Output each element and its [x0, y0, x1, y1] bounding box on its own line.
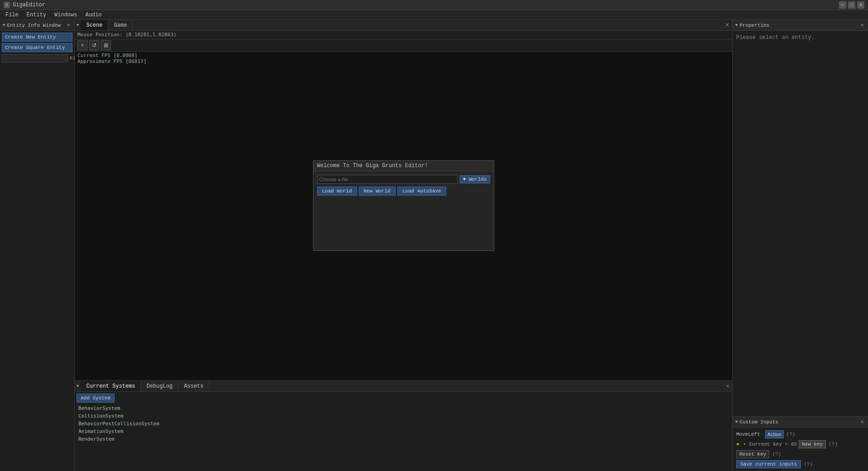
minimize-button[interactable]: ─	[839, 1, 846, 9]
menu-bar: File Entity Windows Audio	[0, 10, 868, 20]
close-button[interactable]: ✕	[857, 1, 864, 9]
custom-inputs-content: MoveLeft Action (?) ● • Current key = 65…	[733, 428, 868, 471]
reset-key-button[interactable]: Reset Key	[736, 450, 769, 458]
custom-inputs-title: Custom Inputs	[739, 419, 857, 425]
move-left-row: MoveLeft Action (?)	[736, 430, 864, 438]
right-panel: ▼ Properties ✕ Please select an entity. …	[732, 20, 868, 471]
create-entity-button[interactable]: Create New Entity	[2, 33, 72, 42]
properties-triangle-icon: ▼	[735, 23, 738, 28]
tab-assets[interactable]: Assets	[178, 381, 209, 391]
properties-panel-header: ▼ Properties ✕	[733, 20, 868, 31]
menu-windows[interactable]: Windows	[51, 11, 81, 19]
load-world-button[interactable]: Load World	[317, 187, 357, 196]
title-bar-controls: ─ □ ✕	[839, 1, 864, 9]
current-key-row: ● • Current key = 65 New key (?)	[736, 440, 864, 448]
title-bar: G GigaEditor ─ □ ✕	[0, 0, 868, 10]
new-key-button[interactable]: New key	[799, 440, 826, 448]
list-item[interactable]: AnimationSystem	[77, 428, 730, 435]
worlds-dropdown-button[interactable]: ▼ Worlds	[460, 175, 490, 183]
bottom-panel-close-button[interactable]: ✕	[723, 383, 732, 389]
custom-inputs-triangle-icon: ▼	[735, 420, 738, 424]
left-panel: ▼ Entity Info Window ✕ Create New Entity…	[0, 20, 75, 471]
properties-title: Properties	[739, 23, 857, 28]
scene-tab-triangle-icon: ▼	[75, 23, 81, 28]
select-entity-text: Please select an entity.	[736, 34, 815, 41]
left-panel-content: Create New Entity Create Square Entity F…	[0, 31, 74, 64]
modal-file-row: ▼ Worlds	[317, 175, 490, 184]
modal-body: ▼ Worlds Load World New World Load AutoS…	[313, 171, 494, 202]
create-square-entity-button[interactable]: Create Square Entity	[2, 43, 72, 52]
current-key-text: • Current key = 65	[743, 442, 797, 447]
list-item[interactable]: CollisionSystem	[77, 412, 730, 420]
bottom-panel: ▼ Current Systems DebugLog Assets ✕ Add …	[75, 380, 732, 471]
app-icon: G	[4, 2, 10, 8]
title-bar-left: G GigaEditor	[4, 2, 45, 8]
filter-input[interactable]	[2, 54, 68, 62]
tab-current-systems[interactable]: Current Systems	[81, 381, 141, 391]
entity-info-panel-header: ▼ Entity Info Window ✕	[0, 20, 74, 31]
save-inputs-button[interactable]: Save current inputs	[736, 460, 801, 468]
bullet-icon: ●	[736, 441, 739, 447]
entity-info-title: Entity Info Window	[7, 23, 63, 28]
custom-inputs-close-button[interactable]: ✕	[859, 419, 865, 425]
list-item[interactable]: BehaviorPostCollisionSystem	[77, 420, 730, 428]
action-question-icon: (?)	[786, 432, 796, 437]
new-world-button[interactable]: New World	[359, 187, 395, 196]
choose-file-input[interactable]	[317, 175, 458, 184]
tab-game[interactable]: Game	[108, 20, 133, 30]
maximize-button[interactable]: □	[848, 1, 855, 9]
modal-actions: Load World New World Load AutoSave	[317, 187, 490, 196]
new-key-question-icon: (?)	[829, 442, 838, 447]
reset-key-row: Reset Key (?)	[736, 450, 864, 458]
list-item[interactable]: RenderSystem	[77, 435, 730, 443]
properties-panel: ▼ Properties ✕ Please select an entity.	[733, 20, 868, 417]
bottom-tab-triangle-icon: ▼	[75, 384, 81, 389]
modal-overlay: Welcome To The Giga Grunts Editor! ▼ Wor…	[75, 31, 732, 380]
move-left-label: MoveLeft	[736, 432, 763, 437]
custom-inputs-header: ▼ Custom Inputs ✕	[733, 417, 868, 428]
menu-file[interactable]: File	[2, 11, 22, 19]
properties-content: Please select an entity.	[733, 31, 868, 44]
welcome-dialog: Welcome To The Giga Grunts Editor! ▼ Wor…	[313, 160, 494, 251]
entity-info-triangle-icon: ▼	[3, 23, 5, 28]
properties-close-button[interactable]: ✕	[859, 22, 865, 29]
scene-tab-bar: ▼ Scene Game ✕	[75, 20, 732, 31]
entity-info-close-button[interactable]: ✕	[65, 22, 72, 29]
custom-inputs-panel: ▼ Custom Inputs ✕ MoveLeft Action (?) ● …	[733, 417, 868, 471]
scene-tab-close-button[interactable]: ✕	[725, 22, 729, 28]
menu-entity[interactable]: Entity	[23, 11, 50, 19]
action-dropdown-button[interactable]: Action	[765, 430, 784, 438]
list-item[interactable]: BehaviorSystem	[77, 404, 730, 412]
app-title: GigaEditor	[13, 2, 45, 8]
tab-debuglog[interactable]: DebugLog	[141, 381, 178, 391]
main-layout: ▼ Entity Info Window ✕ Create New Entity…	[0, 20, 868, 471]
load-autosave-button[interactable]: Load AutoSave	[397, 187, 446, 196]
reset-key-question-icon: (?)	[772, 452, 781, 457]
bottom-tab-bar: ▼ Current Systems DebugLog Assets ✕	[75, 381, 732, 392]
center-area: ▼ Scene Game ✕ Mouse Position: (0.10281,…	[75, 20, 732, 471]
save-inputs-question-icon: (?)	[804, 461, 813, 467]
filter-row: Filter	[2, 54, 72, 62]
tab-scene[interactable]: Scene	[81, 20, 108, 30]
menu-audio[interactable]: Audio	[82, 11, 105, 19]
save-inputs-row: Save current inputs (?)	[736, 460, 864, 468]
modal-title: Welcome To The Giga Grunts Editor!	[313, 161, 494, 171]
systems-content: Add System BehaviorSystem CollisionSyste…	[75, 392, 732, 445]
scene-viewport[interactable]: Mouse Position: (0.10281,1.02863) + ↺ ⊞ …	[75, 31, 732, 380]
add-system-button[interactable]: Add System	[77, 394, 115, 403]
